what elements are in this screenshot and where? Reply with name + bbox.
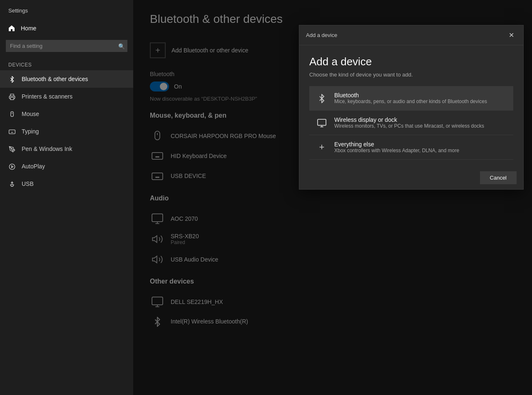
modal-body: Add a device Choose the kind of device y… bbox=[299, 45, 523, 166]
svg-rect-1 bbox=[11, 111, 14, 116]
home-icon bbox=[8, 25, 15, 32]
add-device-modal: Add a device ✕ Add a device Choose the k… bbox=[299, 25, 524, 190]
sidebar-item-typing[interactable]: Typing bbox=[0, 123, 133, 140]
modal-bluetooth-info: Bluetooth Mice, keyboards, pens, or audi… bbox=[334, 92, 487, 104]
sidebar-item-printers[interactable]: Printers & scanners bbox=[0, 88, 133, 105]
sidebar-item-mouse-label: Mouse bbox=[22, 111, 39, 117]
sidebar-item-bluetooth-label: Bluetooth & other devices bbox=[22, 76, 88, 82]
home-label: Home bbox=[21, 25, 36, 32]
svg-rect-34 bbox=[318, 119, 326, 126]
svg-marker-11 bbox=[12, 165, 13, 168]
svg-point-9 bbox=[11, 148, 12, 150]
sidebar-item-typing-label: Typing bbox=[22, 128, 39, 135]
svg-point-10 bbox=[9, 164, 15, 169]
modal-overlay: Add a device ✕ Add a device Choose the k… bbox=[133, 0, 532, 395]
sidebar-item-mouse[interactable]: Mouse bbox=[0, 105, 133, 123]
search-box: 🔍 bbox=[6, 40, 127, 52]
app-title: Settings bbox=[0, 0, 133, 20]
pen-icon bbox=[8, 145, 16, 153]
modal-close-button[interactable]: ✕ bbox=[506, 30, 517, 40]
cancel-button[interactable]: Cancel bbox=[480, 171, 517, 184]
sidebar-item-autoplay-label: AutoPlay bbox=[22, 163, 45, 170]
modal-subtitle: Choose the kind of device you want to ad… bbox=[309, 72, 513, 78]
sidebar-item-usb[interactable]: USB bbox=[0, 175, 133, 193]
autoplay-icon bbox=[8, 163, 16, 170]
modal-wireless-info: Wireless display or dock Wireless monito… bbox=[334, 116, 484, 129]
sidebar-item-home[interactable]: Home bbox=[0, 20, 133, 37]
bluetooth-nav-icon bbox=[8, 75, 16, 83]
modal-footer: Cancel bbox=[299, 166, 523, 189]
modal-option-everything[interactable]: + Everything else Xbox controllers with … bbox=[309, 135, 513, 160]
sidebar-item-autoplay[interactable]: AutoPlay bbox=[0, 158, 133, 175]
sidebar: Settings Home 🔍 Devices Bluetooth & othe… bbox=[0, 0, 133, 395]
search-button[interactable]: 🔍 bbox=[118, 43, 125, 49]
modal-bluetooth-icon bbox=[316, 93, 328, 103]
sidebar-item-usb-label: USB bbox=[22, 180, 34, 187]
sidebar-item-pen-label: Pen & Windows Ink bbox=[22, 146, 72, 152]
usb-icon bbox=[8, 180, 16, 188]
svg-rect-3 bbox=[9, 130, 15, 133]
typing-icon bbox=[8, 128, 16, 135]
modal-wireless-icon bbox=[316, 118, 328, 128]
modal-everything-icon: + bbox=[316, 142, 328, 153]
search-input[interactable] bbox=[6, 40, 127, 52]
svg-rect-0 bbox=[10, 97, 14, 99]
sidebar-item-bluetooth[interactable]: Bluetooth & other devices bbox=[0, 70, 133, 88]
mouse-icon bbox=[8, 110, 16, 118]
main-content: Bluetooth & other devices + Add Bluetoot… bbox=[133, 0, 532, 395]
modal-everything-info: Everything else Xbox controllers with Wi… bbox=[334, 141, 459, 153]
sidebar-section-label: Devices bbox=[0, 58, 133, 70]
sidebar-item-printers-label: Printers & scanners bbox=[22, 93, 72, 100]
modal-header: Add a device ✕ bbox=[299, 25, 523, 45]
modal-option-bluetooth[interactable]: Bluetooth Mice, keyboards, pens, or audi… bbox=[309, 86, 513, 111]
printer-icon bbox=[8, 93, 16, 100]
modal-header-title: Add a device bbox=[306, 32, 337, 38]
modal-title: Add a device bbox=[309, 55, 513, 68]
modal-option-wireless[interactable]: Wireless display or dock Wireless monito… bbox=[309, 111, 513, 135]
sidebar-item-pen[interactable]: Pen & Windows Ink bbox=[0, 140, 133, 158]
